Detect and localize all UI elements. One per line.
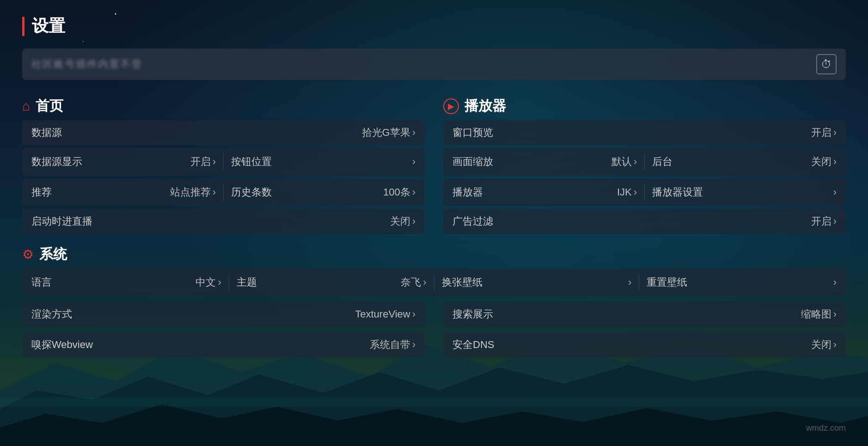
search-text: 社区账号插件内置不登 (31, 57, 816, 71)
divider (223, 184, 224, 201)
player-engine-value: IJK › (617, 186, 637, 198)
button-position-value: › (412, 156, 416, 168)
window-preview-item: 窗口预览 开启 › (452, 126, 837, 140)
datasource-display-row[interactable]: 数据源显示 开启 › 按钮位置 › (22, 148, 425, 176)
autoplay-label: 启动时进直播 (31, 214, 92, 228)
player-rows: 窗口预览 开启 › 画面缩放 默认 › 后台 关闭 › (443, 120, 846, 234)
theme-label: 主题 (237, 275, 257, 289)
player-settings-value: › (833, 186, 837, 198)
theme-item: 主题 奈飞 › (237, 275, 427, 289)
history-count-label: 历史条数 (231, 185, 272, 199)
dns-row[interactable]: 安全DNS 关闭 › (443, 332, 846, 357)
search-icon-button[interactable]: ⏱ (816, 54, 837, 74)
system-title: 系统 (39, 245, 67, 264)
search-bar[interactable]: 社区账号插件内置不登 ⏱ (22, 49, 846, 80)
ad-filter-row[interactable]: 广告过滤 开启 › (443, 209, 846, 234)
datasource-display-item: 数据源显示 开启 › (31, 155, 216, 169)
homepage-rows: 数据源 拾光G苹果 › 数据源显示 开启 › 按钮位置 › (22, 120, 425, 234)
recommend-label: 推荐 (31, 185, 52, 199)
background-label: 后台 (652, 155, 672, 169)
player-engine-item: 播放器 IJK › (452, 185, 637, 199)
player-section: ▶ 播放器 窗口预览 开启 › 画面缩放 默认 › (443, 93, 846, 237)
history-count-value: 100条 › (383, 185, 416, 199)
datasource-display-value: 开启 › (190, 155, 216, 169)
autoplay-row[interactable]: 启动时进直播 关闭 › (22, 209, 425, 234)
player-title: 播放器 (465, 97, 506, 116)
player-settings-item: 播放器设置 › (652, 185, 837, 199)
divider (639, 274, 639, 291)
player-header: ▶ 播放器 (443, 97, 846, 116)
button-position-item: 按钮位置 › (231, 155, 416, 169)
dns-item: 安全DNS 关闭 › (452, 338, 837, 352)
search-display-value: 缩略图 › (801, 307, 837, 321)
webview-item: 嗅探Webview 系统自带 › (31, 338, 416, 352)
system-rows: 语言 中文 › 主题 奈飞 › 换张壁纸 › 重置壁纸 (22, 269, 846, 360)
language-label: 语言 (31, 275, 52, 289)
scale-value: 默认 › (611, 155, 637, 169)
system-icon: ⚙ (22, 247, 34, 262)
render-item: 渲染方式 TextureView › (31, 307, 416, 321)
webview-row[interactable]: 嗅探Webview 系统自带 › (22, 332, 425, 357)
home-icon: ⌂ (22, 99, 30, 114)
datasource-label: 数据源 (31, 126, 62, 140)
page-title-bar: 设置 (22, 15, 846, 37)
datasource-value: 拾光G苹果 › (362, 126, 416, 140)
language-theme-row[interactable]: 语言 中文 › 主题 奈飞 › 换张壁纸 › 重置壁纸 (22, 269, 846, 296)
datasource-display-label: 数据源显示 (31, 155, 82, 169)
render-value: TextureView › (355, 308, 416, 320)
render-label: 渲染方式 (31, 307, 72, 321)
page-title: 设置 (32, 15, 65, 37)
button-position-label: 按钮位置 (231, 155, 272, 169)
system-section: ⚙ 系统 语言 中文 › 主题 奈飞 › 换 (22, 241, 846, 360)
window-preview-value: 开启 › (811, 126, 837, 140)
window-preview-label: 窗口预览 (452, 126, 493, 140)
homepage-header: ⌂ 首页 (22, 97, 425, 116)
scale-item: 画面缩放 默认 › (452, 155, 637, 169)
divider (644, 153, 645, 170)
homepage-title: 首页 (36, 97, 63, 116)
background-item: 后台 关闭 › (652, 155, 837, 169)
ad-filter-item: 广告过滤 开启 › (452, 214, 837, 228)
watermark: wmdz.com (806, 423, 846, 433)
background-value: 关闭 › (811, 155, 837, 169)
autoplay-value: 关闭 › (390, 214, 416, 228)
render-row[interactable]: 渲染方式 TextureView › (22, 302, 425, 327)
scale-row[interactable]: 画面缩放 默认 › 后台 关闭 › (443, 148, 846, 176)
search-display-row[interactable]: 搜索展示 缩略图 › (443, 302, 846, 327)
webview-label: 嗅探Webview (31, 338, 93, 352)
recommend-row[interactable]: 推荐 站点推荐 › 历史条数 100条 › (22, 178, 425, 206)
theme-value: 奈飞 › (401, 275, 426, 289)
dns-label: 安全DNS (452, 338, 494, 352)
player-engine-row[interactable]: 播放器 IJK › 播放器设置 › (443, 178, 846, 206)
autoplay-item: 启动时进直播 关闭 › (31, 214, 416, 228)
timer-icon: ⏱ (821, 58, 832, 71)
ad-filter-label: 广告过滤 (452, 214, 493, 228)
ad-filter-value: 开启 › (811, 214, 837, 228)
search-display-item: 搜索展示 缩略图 › (452, 307, 837, 321)
datasource-item: 数据源 拾光G苹果 › (31, 126, 416, 140)
reset-wallpaper-item: 重置壁纸 › (647, 275, 837, 289)
player-settings-label: 播放器设置 (652, 185, 703, 199)
reset-wallpaper-value: › (833, 276, 837, 288)
language-value: 中文 › (196, 275, 221, 289)
divider (229, 274, 229, 291)
language-item: 语言 中文 › (31, 275, 221, 289)
player-engine-label: 播放器 (452, 185, 483, 199)
divider (223, 153, 224, 170)
scale-label: 画面缩放 (452, 155, 493, 169)
datasource-row[interactable]: 数据源 拾光G苹果 › (22, 120, 425, 145)
search-display-label: 搜索展示 (452, 307, 493, 321)
homepage-section: ⌂ 首页 数据源 拾光G苹果 › 数据源显示 开启 › (22, 93, 425, 237)
wallpaper-item: 换张壁纸 › (442, 275, 632, 289)
dns-value: 关闭 › (811, 338, 837, 352)
title-red-bar (22, 17, 24, 36)
history-count-item: 历史条数 100条 › (231, 185, 416, 199)
recommend-item: 推荐 站点推荐 › (31, 185, 216, 199)
reset-wallpaper-label: 重置壁纸 (647, 275, 687, 289)
wallpaper-value: › (628, 276, 631, 288)
system-header: ⚙ 系统 (22, 245, 846, 264)
recommend-value: 站点推荐 › (170, 185, 216, 199)
divider (644, 184, 645, 201)
window-preview-row[interactable]: 窗口预览 开启 › (443, 120, 846, 145)
webview-value: 系统自带 › (370, 338, 416, 352)
